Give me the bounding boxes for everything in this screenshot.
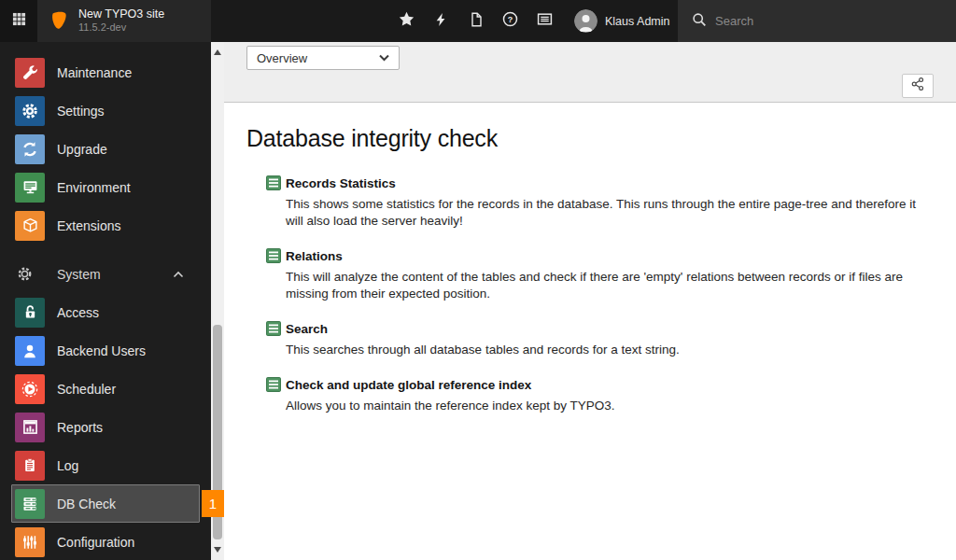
topbar: New TYPO3 site 11.5.2-dev ? Klaus Admin [0, 0, 956, 42]
module-menu-sidebar: MaintenanceSettingsUpgradeEnvironmentExt… [0, 42, 224, 560]
sidebar-item-configuration[interactable]: Configuration [0, 523, 211, 560]
check-title: Records Statistics [286, 176, 396, 190]
chevron-up-icon [172, 270, 185, 279]
sidebar-item-label: Upgrade [57, 142, 107, 157]
site-name: New TYPO3 site [78, 7, 164, 22]
chevron-down-icon [378, 53, 390, 63]
content-area: Database integrity check Records Statist… [224, 103, 956, 414]
sidebar-item-environment[interactable]: Environment [0, 168, 211, 206]
check-header: Records Statistics [266, 175, 956, 190]
site-version: 11.5.2-dev [78, 21, 164, 35]
star-icon [399, 11, 415, 31]
toolbar: ? [389, 0, 562, 42]
check-description: This shows some statistics for the recor… [286, 196, 931, 230]
bolt-icon [434, 12, 448, 31]
share-button[interactable] [902, 74, 934, 98]
sidebar-item-label: Reports [57, 420, 103, 435]
db-check-item: Check and update global reference indexA… [266, 377, 956, 414]
list-alt-toolbar-button[interactable] [527, 0, 562, 42]
sidebar-item-db-check[interactable]: DB Check1 [11, 484, 200, 523]
file-toolbar-button[interactable] [458, 0, 493, 42]
sidebar-item-reports[interactable]: Reports [0, 408, 211, 446]
user-menu[interactable]: Klaus Admin [565, 0, 669, 42]
user-name: Klaus Admin [605, 15, 669, 28]
check-title: Check and update global reference index [286, 378, 531, 392]
check-description: This will analyze the content of the tab… [286, 269, 931, 302]
clipboard-icon [15, 451, 45, 481]
sidebar-item-scheduler[interactable]: Scheduler [0, 370, 211, 408]
db-check-item: SearchThis searches through all database… [266, 321, 956, 358]
scroll-up-arrow-icon[interactable] [214, 49, 221, 55]
avatar [574, 9, 598, 33]
sidebar-item-settings[interactable]: Settings [0, 91, 211, 130]
sidebar-item-label: Environment [57, 180, 131, 195]
sidebar-scrollbar [211, 42, 224, 560]
cube-icon [15, 211, 45, 241]
sidebar-item-label: Access [57, 305, 99, 320]
function-menu-select[interactable]: Overview [246, 46, 400, 70]
search-section [678, 0, 956, 42]
lock-open-icon [15, 298, 45, 328]
check-header: Check and update global reference index [266, 377, 956, 392]
db-check-item: RelationsThis will analyze the content o… [266, 248, 956, 302]
help-toolbar-button[interactable]: ? [493, 0, 527, 42]
refresh-icon [15, 134, 45, 164]
search-input[interactable] [715, 14, 930, 28]
table-icon [266, 175, 281, 190]
sidebar-item-label: Settings [57, 104, 105, 119]
check-header: Search [266, 321, 956, 336]
check-title: Search [286, 322, 328, 336]
bolt-toolbar-button[interactable] [424, 0, 458, 42]
check-description: This searches through all database table… [286, 342, 931, 358]
sliders-icon [15, 527, 45, 557]
sidebar-item-access[interactable]: Access [0, 293, 211, 331]
help-icon: ? [502, 11, 518, 31]
scheduler-icon [15, 374, 45, 404]
scroll-down-arrow-icon[interactable] [214, 547, 221, 553]
dbstack-icon [15, 489, 45, 519]
sidebar-section-system[interactable]: System [0, 255, 211, 293]
list-alt-icon [537, 11, 553, 31]
gear-icon [15, 96, 45, 126]
svg-text:?: ? [508, 15, 513, 24]
sidebar-item-extensions[interactable]: Extensions [0, 206, 211, 245]
sidebar-item-maintenance[interactable]: Maintenance [0, 53, 211, 91]
sidebar-item-label: Backend Users [57, 343, 146, 358]
docheader: Overview [224, 42, 956, 103]
content-module: Overview Database integrity check Record… [224, 42, 956, 560]
db-check-item: Records StatisticsThis shows some statis… [266, 175, 956, 230]
gear-outline-icon [17, 266, 33, 282]
check-description: Allows you to maintain the reference ind… [286, 398, 931, 414]
sidebar-item-label: Maintenance [57, 65, 132, 80]
notification-badge: 1 [202, 490, 224, 517]
check-header: Relations [266, 248, 956, 263]
sidebar-item-label: Scheduler [57, 382, 116, 397]
grid-icon [12, 12, 26, 30]
sidebar-item-backend-users[interactable]: Backend Users [0, 331, 211, 370]
table-icon [266, 321, 281, 336]
table-icon [266, 248, 281, 263]
typo3-logo-icon [48, 10, 70, 33]
monitor-icon [15, 173, 45, 203]
module-menu-toggle-button[interactable] [0, 0, 37, 42]
sidebar-item-label: DB Check [57, 497, 116, 511]
sidebar-item-label: Log [57, 458, 78, 473]
share-icon [910, 77, 925, 95]
sidebar-section-label: System [57, 267, 101, 282]
site-info[interactable]: New TYPO3 site 11.5.2-dev [37, 0, 211, 42]
sidebar-item-upgrade[interactable]: Upgrade [0, 130, 211, 168]
sidebar-item-label: Configuration [57, 535, 134, 550]
star-toolbar-button[interactable] [389, 0, 424, 42]
user-icon [15, 336, 45, 366]
sidebar-item-log[interactable]: Log [0, 446, 211, 484]
wrench-icon [15, 58, 45, 88]
page-title: Database integrity check [246, 125, 956, 152]
sidebar-item-label: Extensions [57, 218, 120, 233]
function-menu-value: Overview [257, 51, 307, 65]
table-icon [266, 377, 281, 392]
check-title: Relations [286, 249, 343, 263]
file-icon [469, 12, 484, 31]
chart-icon [15, 413, 45, 442]
search-icon [692, 12, 707, 31]
